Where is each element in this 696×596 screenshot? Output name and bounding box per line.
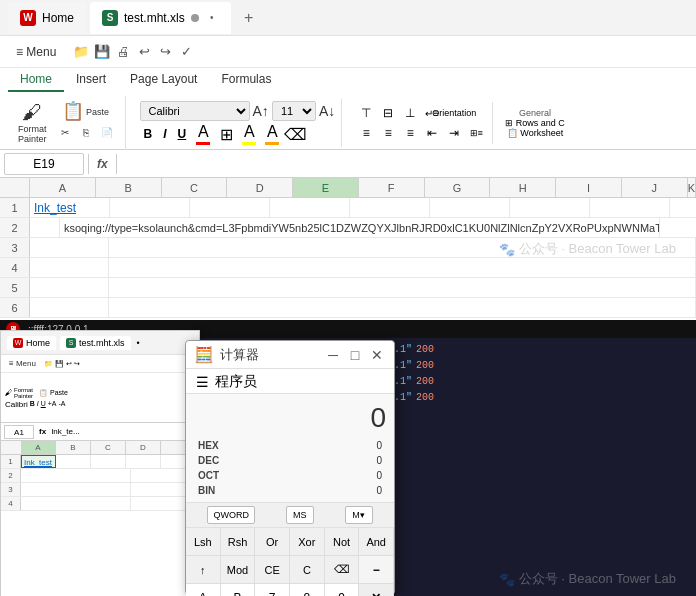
- font-shrink-button[interactable]: A↓: [319, 103, 335, 119]
- new-tab-button[interactable]: +: [235, 4, 263, 32]
- format-painter-button[interactable]: 🖌 FormatPainter: [12, 98, 53, 148]
- italic-button[interactable]: I: [159, 124, 170, 144]
- mini-menu-toggle[interactable]: ≡ Menu: [5, 357, 40, 370]
- undo-icon[interactable]: ↩: [135, 43, 153, 61]
- eraser-button[interactable]: ⌫: [285, 125, 305, 144]
- tab-ribbon-home[interactable]: Home: [8, 68, 64, 92]
- lsh-button[interactable]: Lsh: [186, 528, 221, 556]
- up-button[interactable]: ↑: [186, 556, 221, 584]
- orientation-button[interactable]: Orientation: [444, 104, 464, 122]
- align-middle-button[interactable]: ⊟: [378, 104, 398, 122]
- mini-open-icon[interactable]: 📁: [44, 360, 53, 368]
- mini-name-box[interactable]: A1: [4, 425, 34, 439]
- xor-button[interactable]: Xor: [290, 528, 325, 556]
- tab-ribbon-formulas[interactable]: Formulas: [209, 68, 283, 92]
- b-button[interactable]: B: [221, 584, 256, 596]
- fx-button[interactable]: fx: [93, 157, 112, 171]
- cell-h1[interactable]: [590, 198, 670, 217]
- seven-button[interactable]: 7: [255, 584, 290, 596]
- col-header-b[interactable]: B: [96, 178, 162, 197]
- align-left-button[interactable]: ≡: [356, 124, 376, 142]
- mini-underline[interactable]: U: [41, 400, 46, 409]
- tab-home[interactable]: W Home: [8, 2, 86, 34]
- minus-button[interactable]: −: [359, 556, 394, 584]
- cell-e1[interactable]: [350, 198, 430, 217]
- cell-a5[interactable]: [30, 278, 109, 297]
- tab-ribbon-page-layout[interactable]: Page Layout: [118, 68, 209, 92]
- and-button[interactable]: And: [359, 528, 394, 556]
- merge-center-button[interactable]: ⊞≡: [466, 124, 486, 142]
- mini-tab-excel[interactable]: S test.mht.xls: [60, 336, 131, 350]
- mini-cell-c1[interactable]: [91, 455, 126, 468]
- redo-icon[interactable]: ↪: [156, 43, 174, 61]
- col-header-d[interactable]: D: [227, 178, 293, 197]
- a-button[interactable]: A: [186, 584, 221, 596]
- cell-b5[interactable]: [109, 278, 697, 297]
- align-right-button[interactable]: ≡: [400, 124, 420, 142]
- tab-ribbon-insert[interactable]: Insert: [64, 68, 118, 92]
- font-grow-button[interactable]: A↑: [253, 103, 269, 119]
- font-size-select[interactable]: 11: [272, 101, 316, 121]
- col-header-j[interactable]: J: [622, 178, 688, 197]
- ms-button[interactable]: MS: [286, 506, 314, 524]
- mini-redo-icon[interactable]: ↪: [74, 360, 80, 368]
- mini-cell-d1[interactable]: [126, 455, 161, 468]
- col-header-c[interactable]: C: [162, 178, 228, 197]
- copy-button[interactable]: ⎘: [76, 125, 96, 140]
- save-icon[interactable]: 💾: [93, 43, 111, 61]
- or-button[interactable]: Or: [255, 528, 290, 556]
- col-header-f[interactable]: F: [359, 178, 425, 197]
- calc-menu-icon[interactable]: ☰: [196, 374, 209, 390]
- mini-italic[interactable]: I: [37, 400, 39, 409]
- nine-button[interactable]: 9: [325, 584, 360, 596]
- tab-excel[interactable]: S test.mht.xls •: [90, 2, 231, 34]
- cell-b2[interactable]: ksoqing://type=ksolaunch&cmd=L3FpbmdiYW5…: [60, 218, 660, 237]
- text-highlight-button[interactable]: A: [262, 123, 282, 145]
- cell-d1[interactable]: [270, 198, 350, 217]
- eight-button[interactable]: 8: [290, 584, 325, 596]
- cell-b6[interactable]: [109, 298, 697, 317]
- mini-bold[interactable]: B: [30, 400, 35, 409]
- backspace-button[interactable]: ⌫: [325, 556, 360, 584]
- cell-b3[interactable]: [109, 238, 697, 257]
- align-center-button[interactable]: ≡: [378, 124, 398, 142]
- col-header-k[interactable]: K: [688, 178, 696, 197]
- bold-button[interactable]: B: [140, 124, 157, 144]
- calc-minimize-button[interactable]: ─: [324, 346, 342, 364]
- calc-close-button[interactable]: ✕: [368, 346, 386, 364]
- cell-b1[interactable]: [110, 198, 190, 217]
- mini-cell-a1[interactable]: Ink_test: [21, 455, 56, 468]
- ce-button[interactable]: CE: [255, 556, 290, 584]
- mini-new-tab[interactable]: •: [137, 338, 140, 348]
- cell-f1[interactable]: [430, 198, 510, 217]
- decrease-indent-button[interactable]: ⇤: [422, 124, 442, 142]
- formula-input[interactable]: [121, 153, 692, 175]
- mini-cell-b4[interactable]: [21, 497, 131, 510]
- font-name-select[interactable]: Calibri: [140, 101, 250, 121]
- mini-save-icon[interactable]: 💾: [55, 360, 64, 368]
- font-color-button[interactable]: A: [193, 123, 213, 145]
- underline-button[interactable]: U: [174, 124, 191, 144]
- mini-tab-home[interactable]: W Home: [7, 336, 56, 350]
- cell-a1[interactable]: Ink_test: [30, 198, 110, 217]
- col-header-g[interactable]: G: [425, 178, 491, 197]
- cell-g1[interactable]: [510, 198, 590, 217]
- menu-toggle[interactable]: ≡ Menu: [8, 41, 64, 63]
- print-icon[interactable]: 🖨: [114, 43, 132, 61]
- tab-close[interactable]: •: [205, 11, 219, 25]
- cut-button[interactable]: ✂: [55, 125, 75, 140]
- col-header-e[interactable]: E: [293, 178, 359, 197]
- cell-b4[interactable]: [109, 258, 697, 277]
- col-header-a[interactable]: A: [30, 178, 96, 197]
- paste-button[interactable]: 📋 Paste: [55, 98, 117, 124]
- mod-button[interactable]: Mod: [221, 556, 256, 584]
- memory-button[interactable]: M▾: [345, 506, 373, 524]
- mini-cell-b2[interactable]: [21, 469, 131, 482]
- qword-button[interactable]: QWORD: [207, 506, 255, 524]
- border-button[interactable]: ⊞: [216, 125, 236, 144]
- not-button[interactable]: Not: [325, 528, 360, 556]
- close-x-button[interactable]: ✕: [359, 584, 394, 596]
- cell-a2[interactable]: [30, 218, 60, 237]
- col-header-i[interactable]: I: [556, 178, 622, 197]
- mini-cell-b3[interactable]: [21, 483, 131, 496]
